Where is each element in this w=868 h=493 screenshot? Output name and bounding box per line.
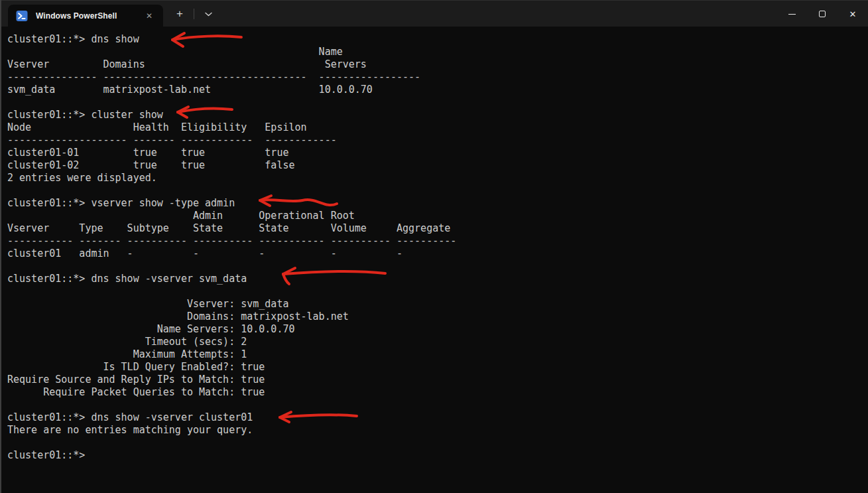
maximize-icon xyxy=(819,11,826,17)
new-tab-button[interactable]: + xyxy=(170,4,190,24)
maximize-button[interactable] xyxy=(807,1,837,27)
tab-dropdown-button[interactable] xyxy=(198,4,218,24)
terminal-window: Windows PowerShell ✕ + ✕ cluster01::*> d… xyxy=(0,0,868,493)
close-button[interactable]: ✕ xyxy=(837,1,868,27)
tab-bar-divider xyxy=(194,9,194,19)
powershell-icon xyxy=(16,10,28,22)
window-controls: ✕ xyxy=(776,1,868,27)
minimize-button[interactable] xyxy=(776,1,807,27)
chevron-down-icon xyxy=(205,12,212,17)
terminal[interactable]: cluster01::*> dns show Name Vserver Doma… xyxy=(3,27,868,493)
close-icon: ✕ xyxy=(849,10,857,19)
tab-windows-powershell[interactable]: Windows PowerShell ✕ xyxy=(8,5,163,27)
tab-bar: Windows PowerShell ✕ + ✕ xyxy=(1,0,868,27)
tab-title: Windows PowerShell xyxy=(36,11,142,21)
minimize-icon xyxy=(788,14,796,15)
tab-close-button[interactable]: ✕ xyxy=(142,9,156,23)
terminal-output: cluster01::*> dns show Name Vserver Doma… xyxy=(7,33,868,462)
